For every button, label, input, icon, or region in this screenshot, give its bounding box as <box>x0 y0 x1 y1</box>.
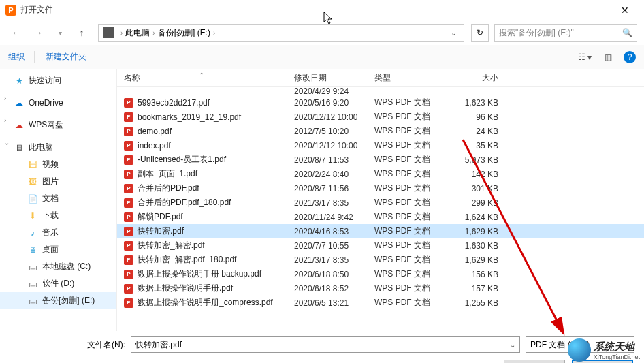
file-name: 解锁PDF.pdf <box>138 211 183 223</box>
table-row[interactable]: 2020/4/29 9:24 <box>117 87 644 95</box>
chevron-down-icon[interactable]: ⌄ <box>4 139 10 146</box>
table-row[interactable]: P数据上报操作说明手册.pdf2020/6/18 8:52WPS PDF 文档1… <box>117 281 644 296</box>
header-name[interactable]: 名称⌃ <box>117 72 294 84</box>
sidebar-item-wps[interactable]: ☁WPS网盘 <box>0 116 116 133</box>
refresh-button[interactable]: ↻ <box>471 24 489 42</box>
titlebar: P 打开文件 ✕ <box>0 0 644 20</box>
pdf-icon: P <box>124 227 133 236</box>
sidebar-item-pc[interactable]: 🖥此电脑 <box>0 139 116 156</box>
file-name: demo.pdf <box>138 127 172 136</box>
up-button[interactable]: ↑ <box>72 24 91 42</box>
table-row[interactable]: P5993ecb2dd217.pdf2020/5/16 9:20WPS PDF … <box>117 95 644 110</box>
file-size: 1,629 KB <box>457 227 526 236</box>
sidebar-item-drive-d[interactable]: 🖴软件 (D:) <box>0 275 116 292</box>
pdf-icon: P <box>124 155 133 165</box>
toolbar: 组织 新建文件夹 ☷ ▾ ▥ ? <box>0 45 644 69</box>
sidebar-item-onedrive[interactable]: ☁OneDrive <box>0 95 116 111</box>
file-list: 2020/4/29 9:24 P5993ecb2dd217.pdf2020/5/… <box>117 87 644 331</box>
file-date: 2020/4/16 8:53 <box>294 227 374 236</box>
pdf-icon: P <box>124 212 133 222</box>
file-date: 2020/2/24 8:40 <box>294 170 374 179</box>
header-size[interactable]: 大小 <box>457 72 526 84</box>
recent-dropdown[interactable]: ▾ <box>50 24 69 42</box>
pdf-icon: P <box>124 112 133 122</box>
chevron-down-icon[interactable]: ⌄ <box>510 341 515 349</box>
organize-menu[interactable]: 组织 <box>8 51 35 63</box>
file-size: 142 KB <box>457 170 526 179</box>
pdf-icon: P <box>124 98 133 108</box>
table-row[interactable]: P合并后的PDF.pdf2020/8/7 11:56WPS PDF 文档301 … <box>117 181 644 195</box>
filename-input[interactable]: 快转加密.pdf ⌄ <box>131 336 520 353</box>
sidebar-item-docs[interactable]: 📄文档 <box>0 190 116 207</box>
cloud-icon: ☁ <box>14 120 25 131</box>
sidebar-item-downloads[interactable]: ⬇下载 <box>0 207 116 224</box>
header-type[interactable]: 类型 <box>374 72 457 84</box>
file-type-filter[interactable]: PDF 文档 (*.pdf) ⌄ <box>526 336 634 353</box>
pdf-icon: P <box>124 270 133 279</box>
breadcrumb-root[interactable]: 此电脑 <box>125 27 150 39</box>
search-icon[interactable]: 🔍 <box>622 28 632 37</box>
header-date[interactable]: 修改日期 <box>294 72 374 84</box>
view-mode-button[interactable]: ☷ ▾ <box>577 50 592 64</box>
table-row[interactable]: P数据上报操作说明手册_compress.pdf2020/6/5 13:21WP… <box>117 296 644 310</box>
search-input[interactable]: 搜索"备份[勿删] (E:)" 🔍 <box>494 24 637 42</box>
table-row[interactable]: P快转加密_解密.pdf2020/7/7 10:55WPS PDF 文档1,63… <box>117 238 644 253</box>
file-type: WPS PDF 文档 <box>374 183 457 194</box>
file-size: 156 KB <box>457 270 526 279</box>
search-placeholder: 搜索"备份[勿删] (E:)" <box>499 27 622 39</box>
table-row[interactable]: P副本_页面_1.pdf2020/2/24 8:40WPS PDF 文档142 … <box>117 167 644 181</box>
table-row[interactable]: Pbookmarks_2019_12_19.pdf2020/12/12 10:0… <box>117 110 644 124</box>
filename-label: 文件名(N): <box>10 339 125 351</box>
file-type: WPS PDF 文档 <box>374 197 457 208</box>
sidebar-item-pictures[interactable]: 🖼图片 <box>0 173 116 190</box>
options-button[interactable]: 选项... <box>504 360 565 363</box>
back-button[interactable]: ← <box>7 24 26 42</box>
sidebar-item-drive-e[interactable]: 🖴备份[勿删] (E:) <box>0 292 116 309</box>
new-folder-button[interactable]: 新建文件夹 <box>46 51 86 63</box>
file-type: WPS PDF 文档 <box>374 111 457 123</box>
disk-icon: 🖴 <box>27 296 38 306</box>
document-icon: 📄 <box>27 193 38 204</box>
sidebar-item-desktop[interactable]: 🖥桌面 <box>0 241 116 258</box>
help-button[interactable]: ? <box>624 51 636 63</box>
table-row[interactable]: P快转加密_解密.pdf_180.pdf2021/3/17 8:35WPS PD… <box>117 253 644 267</box>
file-date: 2020/8/7 11:56 <box>294 184 374 193</box>
drive-icon <box>103 27 114 38</box>
table-row[interactable]: P快转加密.pdf2020/4/16 8:53WPS PDF 文档1,629 K… <box>117 224 644 238</box>
file-size: 157 KB <box>457 284 526 294</box>
file-type: WPS PDF 文档 <box>374 154 457 165</box>
pdf-icon: P <box>124 170 133 179</box>
table-row[interactable]: Pdemo.pdf2012/7/5 10:20WPS PDF 文档24 KB <box>117 124 644 138</box>
file-name: 副本_页面_1.pdf <box>138 168 197 180</box>
chevron-right-icon[interactable]: › <box>4 95 6 102</box>
close-button[interactable]: ✕ <box>611 1 639 20</box>
file-name: 快转加密.pdf <box>138 225 184 237</box>
file-size: 1,624 KB <box>457 212 526 222</box>
file-name: 合并后的PDF.pdf_180.pdf <box>138 197 231 208</box>
table-row[interactable]: P-Unlicensed-员工表1.pdf2020/8/7 11:53WPS P… <box>117 153 644 167</box>
table-row[interactable]: P合并后的PDF.pdf_180.pdf2021/3/17 8:35WPS PD… <box>117 195 644 210</box>
file-date: 2021/3/17 8:35 <box>294 198 374 208</box>
chevron-right-icon: › <box>152 29 155 37</box>
open-button[interactable]: 打开▾ <box>572 360 633 363</box>
sidebar-item-video[interactable]: 🎞视频 <box>0 156 116 173</box>
pdf-icon: P <box>124 284 133 294</box>
disk-icon: 🖴 <box>27 262 38 272</box>
table-row[interactable]: P数据上报操作说明手册 backup.pdf2020/6/18 8:50WPS … <box>117 267 644 281</box>
file-type: WPS PDF 文档 <box>374 225 457 237</box>
preview-pane-button[interactable]: ▥ <box>600 50 615 64</box>
monitor-icon: 🖥 <box>14 142 25 153</box>
sidebar-item-drive-c[interactable]: 🖴本地磁盘 (C:) <box>0 258 116 275</box>
table-row[interactable]: Pindex.pdf2020/12/12 10:00WPS PDF 文档35 K… <box>117 138 644 153</box>
table-row[interactable]: P解锁PDF.pdf2020/11/24 9:42WPS PDF 文档1,624… <box>117 210 644 224</box>
file-name: index.pdf <box>138 141 171 151</box>
chevron-right-icon[interactable]: › <box>4 116 6 124</box>
breadcrumb-folder[interactable]: 备份[勿删] (E:) <box>158 27 210 39</box>
file-date: 2020/6/18 8:52 <box>294 284 374 294</box>
breadcrumb-dropdown[interactable]: ⌄ <box>448 29 460 37</box>
sidebar-item-quick[interactable]: ★快速访问 <box>0 72 116 89</box>
file-name: 合并后的PDF.pdf <box>138 183 199 194</box>
sidebar-item-music[interactable]: ♪音乐 <box>0 224 116 241</box>
breadcrumb[interactable]: › 此电脑 › 备份[勿删] (E:) › ⌄ <box>98 24 464 42</box>
chevron-right-icon: › <box>213 29 215 37</box>
